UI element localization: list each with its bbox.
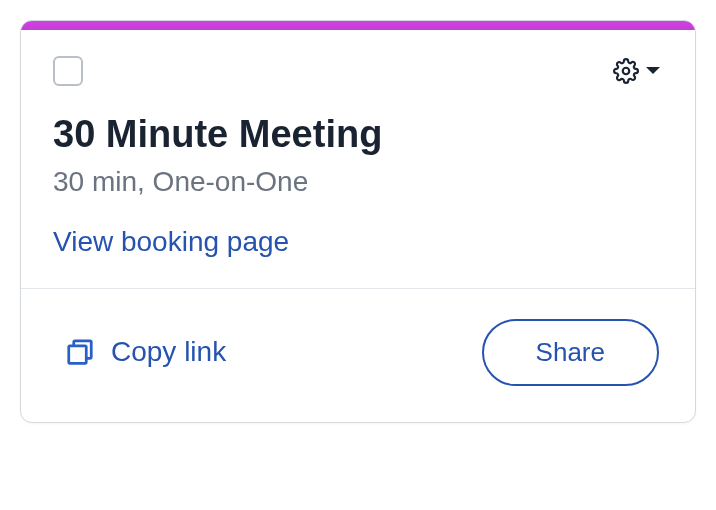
accent-bar — [21, 21, 695, 30]
view-booking-link[interactable]: View booking page — [53, 226, 289, 257]
share-button[interactable]: Share — [482, 319, 659, 386]
chevron-down-icon — [645, 66, 661, 76]
card-header — [21, 30, 695, 86]
copy-icon — [65, 337, 95, 367]
settings-dropdown-trigger[interactable] — [611, 56, 663, 86]
card-body: 30 Minute Meeting 30 min, One-on-One Vie… — [21, 86, 695, 288]
select-checkbox[interactable] — [53, 56, 83, 86]
copy-link-button[interactable]: Copy link — [65, 336, 226, 368]
meeting-subtitle: 30 min, One-on-One — [53, 166, 663, 198]
meeting-title: 30 Minute Meeting — [53, 112, 663, 158]
svg-point-0 — [623, 68, 630, 75]
copy-link-label: Copy link — [111, 336, 226, 368]
meeting-card: 30 Minute Meeting 30 min, One-on-One Vie… — [20, 20, 696, 423]
gear-icon — [613, 58, 639, 84]
card-footer: Copy link Share — [21, 289, 695, 422]
svg-rect-1 — [69, 346, 87, 364]
